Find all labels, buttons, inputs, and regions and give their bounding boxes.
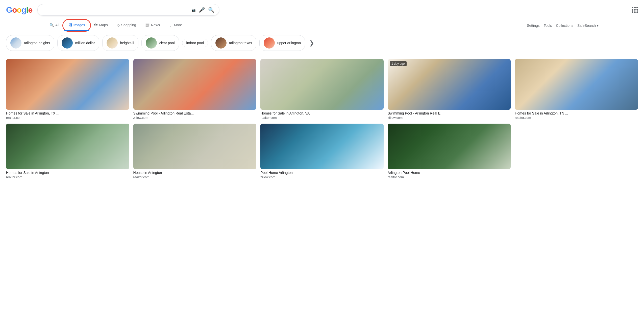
image-source-2: zillow.com [133,116,257,120]
image-thumb-1 [6,59,129,110]
image-thumb-2 [133,59,257,110]
settings-link[interactable]: Settings [527,24,540,28]
chip-img-clear-pool [146,37,157,49]
search-bar: house in arlington with a pool 📷 🎤 🔍 [37,4,219,16]
chip-upper-arlington[interactable]: upper arlington [259,35,305,51]
nav-tabs: 🔍 All 🖼 Images 🗺 Maps ◇ Shopping 📰 News … [0,20,644,31]
image-source-7: realtor.com [133,175,257,179]
image-caption-1: Homes for Sale in Arlington, TX ... [6,111,129,115]
image-item-9[interactable]: Arlington Pool Home realtor.com [388,124,511,179]
image-thumb-6 [6,124,129,169]
chip-indoor-pool[interactable]: indoor pool [182,39,208,47]
image-col-2: Swimming Pool - Arlington Real Esta... z… [133,59,257,179]
image-caption-8: Pool Home Arlington [260,171,384,175]
image-source-9: realtor.com [388,175,511,179]
image-item-2[interactable]: Swimming Pool - Arlington Real Esta... z… [133,59,257,120]
tab-images-label: Images [73,23,85,27]
google-logo: Google [6,5,32,15]
tab-more-label: More [174,23,182,27]
shopping-icon: ◇ [117,23,120,27]
image-source-8: zillow.com [260,175,384,179]
image-caption-6: Homes for Sale in Arlington [6,171,129,175]
tab-maps[interactable]: 🗺 Maps [90,20,112,31]
tab-maps-label: Maps [99,23,108,27]
tab-images-wrap: 🖼 Images [64,20,89,31]
tab-images[interactable]: 🖼 Images [64,20,89,31]
image-caption-5: Homes for Sale in Arlington, TN ... [515,111,638,115]
image-thumb-8 [260,124,384,169]
camera-search-button[interactable]: 📷 [191,8,196,12]
safesearch-link[interactable]: SafeSearch ▾ [577,24,599,28]
image-item-6[interactable]: Homes for Sale in Arlington realtor.com [6,124,129,179]
camera-icon: 📷 [191,8,196,12]
tab-all-label: All [55,23,59,27]
chip-arlington-texas[interactable]: arlington texas [211,35,256,51]
chip-label-million-dollar: million dollar [75,41,95,45]
apps-button[interactable] [632,7,638,13]
images-icon: 🖼 [68,23,72,27]
image-item-8[interactable]: Pool Home Arlington zillow.com [260,124,384,179]
image-source-4: zillow.com [388,116,511,120]
tab-news-label: News [151,23,160,27]
safesearch-label: SafeSearch ▾ [577,24,599,28]
tab-all[interactable]: 🔍 All [45,20,63,31]
image-item-1[interactable]: Homes for Sale in Arlington, TX ... real… [6,59,129,120]
image-thumb-5 [515,59,638,110]
mic-icon: 🎤 [199,7,205,13]
header: Google house in arlington with a pool 📷 … [0,0,644,20]
image-thumb-7 [133,124,257,169]
image-thumb-9 [388,124,511,169]
more-icon: ⋮ [169,23,172,27]
header-right [632,7,638,13]
image-col-5: Homes for Sale in Arlington, TN ... real… [515,59,638,179]
image-source-6: realtor.com [6,175,129,179]
chip-img-heights-il [107,37,118,49]
chips-row: arlington heights million dollar heights… [0,31,644,55]
search-input[interactable]: house in arlington with a pool [42,7,188,13]
chip-label-upper-arlington: upper arlington [277,41,301,45]
nav-right: Settings Tools Collections SafeSearch ▾ [527,24,599,28]
chip-million-dollar[interactable]: million dollar [57,35,99,51]
voice-search-button[interactable]: 🎤 [199,7,205,13]
image-source-1: realtor.com [6,116,129,120]
image-item-4[interactable]: 1 day ago Swimming Pool - Arlington Real… [388,59,511,120]
image-source-5: realtor.com [515,116,638,120]
chip-label-arlington-texas: arlington texas [229,41,252,45]
image-grid: Homes for Sale in Arlington, TX ... real… [0,55,644,183]
chip-img-million-dollar [62,37,73,49]
chip-label-arlington-heights: arlington heights [24,41,50,45]
image-badge-4: 1 day ago [390,61,407,66]
tab-more[interactable]: ⋮ More [165,20,186,31]
search-button[interactable]: 🔍 [208,7,214,13]
image-col-4: 1 day ago Swimming Pool - Arlington Real… [388,59,511,179]
image-caption-2: Swimming Pool - Arlington Real Esta... [133,111,257,115]
image-caption-3: Homes for Sale in Arlington, VA ... [260,111,384,115]
chip-label-indoor-pool: indoor pool [186,41,204,45]
image-caption-9: Arlington Pool Home [388,171,511,175]
image-thumb-3 [260,59,384,110]
image-item-7[interactable]: House in Arlington realtor.com [133,124,257,179]
image-item-3[interactable]: Homes for Sale in Arlington, VA ... real… [260,59,384,120]
image-col-3: Homes for Sale in Arlington, VA ... real… [260,59,384,179]
tab-news[interactable]: 📰 News [141,20,164,31]
chip-label-heights-il: heights il [120,41,134,45]
image-caption-4: Swimming Pool - Arlington Real E... [388,111,511,115]
chip-img-arlington-texas [215,37,227,49]
all-icon: 🔍 [49,23,54,27]
search-icon: 🔍 [208,7,214,13]
image-source-3: realtor.com [260,116,384,120]
image-col-1: Homes for Sale in Arlington, TX ... real… [6,59,129,179]
chip-clear-pool[interactable]: clear pool [141,35,179,51]
chip-heights-il[interactable]: heights il [102,35,138,51]
tab-shopping[interactable]: ◇ Shopping [113,20,140,31]
image-caption-7: House in Arlington [133,171,257,175]
chips-next-button[interactable]: ❯ [309,39,314,47]
apps-icon [632,7,638,13]
chip-arlington-heights[interactable]: arlington heights [6,35,54,51]
tools-link[interactable]: Tools [544,24,552,28]
image-item-5[interactable]: Homes for Sale in Arlington, TN ... real… [515,59,638,120]
image-thumb-4: 1 day ago [388,59,511,110]
collections-link[interactable]: Collections [556,24,573,28]
maps-icon: 🗺 [94,23,97,27]
tab-shopping-label: Shopping [121,23,136,27]
